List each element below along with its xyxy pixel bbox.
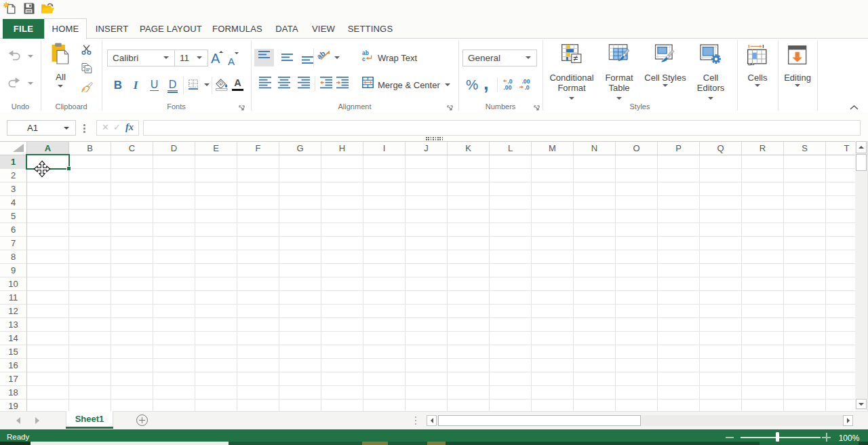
column-header[interactable]: N — [574, 142, 616, 155]
percent-style-button[interactable]: % — [466, 77, 479, 92]
row-header[interactable]: 18 — [0, 386, 26, 400]
comma-style-button[interactable]: , — [484, 75, 492, 92]
italic-button[interactable]: I — [131, 78, 140, 93]
column-header[interactable]: I — [363, 142, 406, 155]
column-header[interactable]: E — [195, 142, 237, 155]
paste-all-label[interactable]: All — [52, 72, 70, 82]
ribbon-tab[interactable]: VIEW — [307, 18, 340, 39]
row-header[interactable]: 6 — [0, 223, 26, 237]
align-right-button[interactable] — [298, 77, 310, 92]
alignment-launcher-button[interactable] — [447, 102, 453, 108]
cancel-formula-icon[interactable]: ✕ — [102, 122, 109, 132]
column-header[interactable]: J — [406, 142, 448, 155]
row-header[interactable]: 15 — [0, 345, 26, 359]
add-sheet-button[interactable] — [136, 414, 148, 426]
column-header[interactable]: R — [742, 142, 784, 155]
column-header[interactable]: G — [279, 142, 321, 155]
collapse-ribbon-button[interactable] — [849, 101, 859, 113]
row-header[interactable]: 11 — [0, 291, 26, 305]
tab-file[interactable]: FILE — [3, 19, 44, 39]
zoom-slider-track[interactable] — [741, 437, 821, 438]
confirm-formula-icon[interactable]: ✓ — [113, 122, 121, 132]
fill-color-button[interactable] — [215, 79, 229, 94]
column-header[interactable]: H — [321, 142, 363, 155]
row-header[interactable]: 8 — [0, 250, 26, 264]
ribbon-tab[interactable]: DATA — [271, 18, 303, 39]
font-color-button[interactable]: A — [232, 78, 243, 93]
column-header[interactable]: P — [658, 142, 700, 155]
ribbon-tab[interactable]: INSERT — [93, 18, 131, 39]
column-header[interactable]: K — [448, 142, 490, 155]
fill-handle[interactable] — [66, 166, 71, 171]
ribbon-tab[interactable]: FORMULAS — [210, 18, 265, 39]
row-header[interactable]: 12 — [0, 305, 26, 318]
previous-sheet-button[interactable] — [16, 417, 20, 424]
scroll-down-button[interactable] — [856, 399, 867, 409]
row-header[interactable]: 19 — [0, 400, 26, 411]
column-header[interactable]: D — [153, 142, 195, 155]
cell-styles-button[interactable]: Cell Styles — [644, 41, 686, 109]
format-table-button[interactable]: Format Table — [598, 41, 640, 109]
borders-button[interactable] — [189, 79, 199, 93]
column-header[interactable]: B — [69, 142, 111, 155]
row-header[interactable]: 5 — [0, 210, 26, 223]
formula-input[interactable] — [143, 120, 861, 136]
row-header[interactable]: 17 — [0, 372, 26, 386]
next-sheet-button[interactable] — [35, 417, 39, 424]
select-all-corner[interactable] — [0, 142, 27, 155]
format-painter-button[interactable] — [81, 81, 93, 95]
insert-function-icon[interactable]: fx — [125, 121, 134, 133]
increase-decimal-button[interactable]: .0 .00 — [502, 79, 514, 93]
cut-button[interactable] — [81, 45, 92, 58]
row-header[interactable]: 9 — [0, 264, 26, 277]
column-header[interactable]: L — [490, 142, 532, 155]
align-top-button[interactable] — [254, 49, 274, 66]
name-box[interactable]: A1 — [7, 120, 76, 136]
ribbon-tab[interactable]: HOME — [44, 18, 87, 39]
numbers-launcher-button[interactable] — [534, 102, 540, 108]
row-header[interactable]: 1 — [0, 155, 26, 169]
cell-editors-button[interactable]: Cell Editors — [690, 41, 732, 109]
underline-button[interactable]: U — [149, 78, 160, 93]
row-header[interactable]: 10 — [0, 277, 26, 291]
open-button[interactable] — [40, 1, 55, 16]
row-header[interactable]: 2 — [0, 169, 26, 182]
vertical-scrollbar[interactable] — [855, 141, 867, 410]
align-center-button[interactable] — [278, 77, 290, 92]
column-header[interactable]: S — [784, 142, 826, 155]
merge-center-button[interactable]: Merge & Center — [362, 77, 454, 94]
redo-button[interactable] — [8, 77, 20, 91]
row-header[interactable]: 14 — [0, 332, 26, 345]
column-header[interactable]: O — [616, 142, 658, 155]
increase-indent-button[interactable] — [336, 77, 349, 92]
row-header[interactable]: 4 — [0, 196, 26, 210]
column-header[interactable]: A — [27, 142, 69, 155]
copy-button[interactable] — [81, 63, 92, 76]
conditional-format-button[interactable]: ≠ Conditional Format — [551, 41, 593, 109]
row-header[interactable]: 16 — [0, 359, 26, 372]
fonts-launcher-button[interactable] — [239, 102, 245, 108]
editing-button[interactable]: Editing — [776, 41, 818, 109]
align-middle-button[interactable] — [277, 49, 297, 66]
zoom-out-button[interactable] — [726, 437, 734, 438]
new-document-button[interactable] — [3, 1, 18, 16]
text-orientation-button[interactable]: ab — [317, 50, 332, 64]
scroll-right-button[interactable] — [843, 415, 853, 426]
undo-button[interactable] — [8, 50, 20, 64]
grow-font-button[interactable]: A — [211, 52, 226, 66]
horizontal-scrollbar[interactable] — [427, 415, 853, 426]
column-header[interactable]: C — [111, 142, 153, 155]
paste-dropdown-caret[interactable] — [58, 85, 63, 88]
save-button[interactable] — [22, 1, 37, 16]
font-size-select[interactable]: 11 — [174, 50, 208, 66]
redo-dropdown-caret[interactable] — [28, 82, 33, 85]
number-format-select[interactable]: General — [462, 50, 537, 66]
sheet-tab[interactable]: Sheet1 — [66, 411, 113, 428]
ribbon-tab[interactable]: PAGE LAYOUT — [136, 18, 205, 39]
bold-button[interactable]: B — [112, 78, 124, 93]
scroll-left-button[interactable] — [427, 415, 437, 426]
text-orientation-caret[interactable] — [334, 56, 340, 59]
column-header[interactable]: Q — [700, 142, 742, 155]
align-bottom-button[interactable] — [298, 49, 317, 66]
column-header[interactable]: M — [532, 142, 574, 155]
